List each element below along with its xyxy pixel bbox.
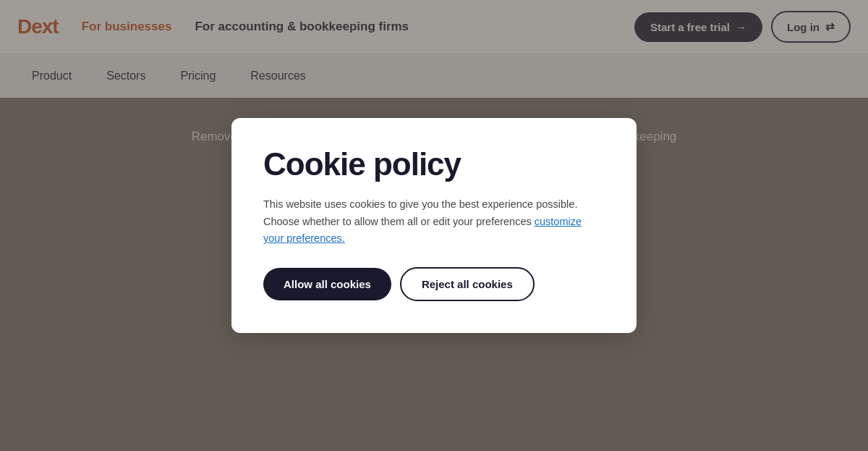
allow-cookies-button[interactable]: Allow all cookies	[263, 268, 391, 300]
cookie-modal-description: This website uses cookies to give you th…	[263, 196, 605, 247]
reject-cookies-button[interactable]: Reject all cookies	[400, 267, 535, 301]
cookie-modal-title: Cookie policy	[263, 147, 605, 182]
cookie-overlay: Cookie policy This website uses cookies …	[0, 0, 868, 451]
cookie-buttons: Allow all cookies Reject all cookies	[263, 267, 605, 301]
cookie-modal: Cookie policy This website uses cookies …	[231, 118, 637, 333]
